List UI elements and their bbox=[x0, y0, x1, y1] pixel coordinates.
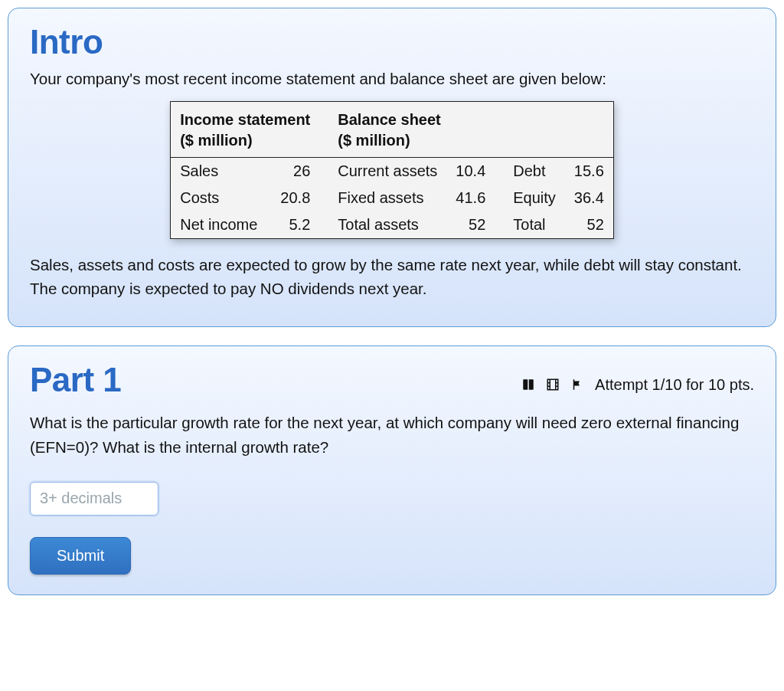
cell-value: 36.4 bbox=[565, 185, 613, 211]
intro-panel: Intro Your company's most recent income … bbox=[8, 8, 776, 327]
intro-tail: Sales, assets and costs are expected to … bbox=[30, 253, 754, 300]
financial-table-wrap: Income statement ($ million) Balance she… bbox=[30, 101, 754, 239]
submit-button[interactable]: Submit bbox=[30, 537, 131, 575]
cell-label: Fixed assets bbox=[319, 185, 446, 211]
cell-label: Costs bbox=[171, 185, 270, 211]
cell-label: Current assets bbox=[319, 158, 446, 185]
cell-label: Net income bbox=[171, 211, 270, 239]
cell-label: Equity bbox=[495, 185, 565, 211]
cell-label: Total assets bbox=[319, 211, 446, 239]
intro-title: Intro bbox=[30, 25, 754, 59]
table-row: Costs 20.8 Fixed assets 41.6 Equity 36.4 bbox=[171, 185, 614, 211]
cell-value: 20.8 bbox=[270, 185, 319, 211]
part1-title: Part 1 bbox=[30, 363, 121, 397]
film-icon[interactable] bbox=[546, 378, 560, 391]
cell-value: 5.2 bbox=[270, 211, 319, 239]
intro-lead: Your company's most recent income statem… bbox=[30, 67, 754, 90]
cell-label: Total bbox=[495, 211, 565, 239]
attempt-text: Attempt 1/10 for 10 pts. bbox=[595, 376, 754, 394]
cell-value: 26 bbox=[270, 158, 319, 185]
financial-table: Income statement ($ million) Balance she… bbox=[170, 101, 614, 239]
cell-value: 52 bbox=[565, 211, 613, 239]
table-head-income: Income statement ($ million) bbox=[171, 102, 320, 158]
cell-value: 41.6 bbox=[446, 185, 495, 211]
table-head-balance: Balance sheet ($ million) bbox=[319, 102, 613, 158]
cell-label: Debt bbox=[495, 158, 565, 185]
book-icon[interactable] bbox=[521, 378, 535, 391]
table-row: Net income 5.2 Total assets 52 Total 52 bbox=[171, 211, 614, 239]
answer-input[interactable] bbox=[30, 482, 158, 516]
cell-value: 10.4 bbox=[446, 158, 495, 185]
svg-rect-0 bbox=[547, 380, 558, 391]
cell-value: 15.6 bbox=[565, 158, 613, 185]
part1-panel: Part 1 Attempt 1/10 for 10 pts. What is … bbox=[8, 346, 776, 594]
attempt-area: Attempt 1/10 for 10 pts. bbox=[521, 376, 754, 394]
table-row: Sales 26 Current assets 10.4 Debt 15.6 bbox=[171, 158, 614, 185]
part1-question: What is the particular growth rate for t… bbox=[30, 411, 754, 458]
cell-label: Sales bbox=[171, 158, 270, 185]
cell-value: 52 bbox=[446, 211, 495, 239]
flag-icon[interactable] bbox=[570, 378, 584, 391]
